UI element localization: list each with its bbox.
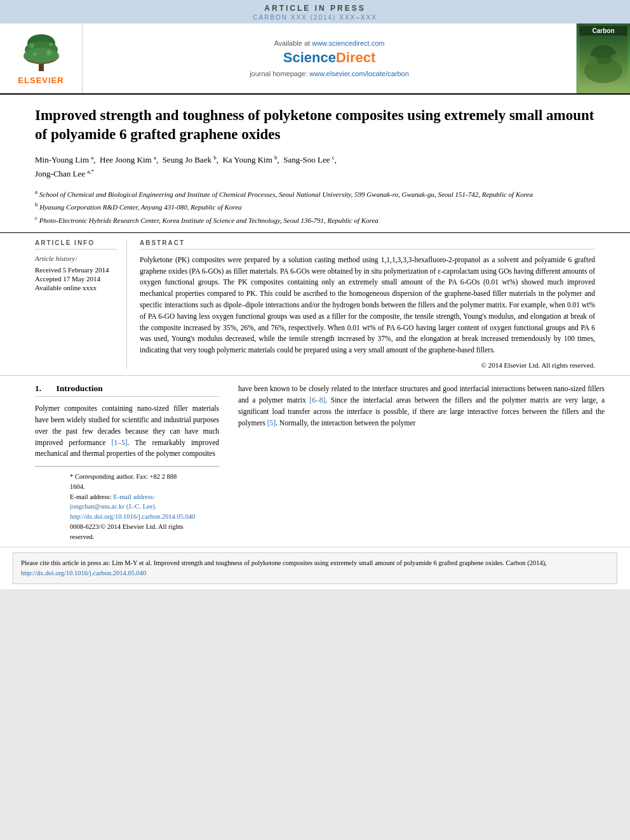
article-info-col: ARTICLE INFO Article history: Received 5… (0, 239, 127, 369)
ref-link-6-8[interactable]: [6–8] (309, 396, 325, 404)
available-online: Available online xxxx (35, 284, 117, 291)
elsevier-brand-text: ELSEVIER (18, 76, 64, 85)
issn-text: 0008-6223/© 2014 Elsevier Ltd. All right… (70, 523, 184, 540)
journal-header: ELSEVIER Available at www.sciencedirect.… (0, 23, 630, 95)
paper-title: Improved strength and toughness of polyk… (35, 106, 595, 144)
svg-point-3 (23, 48, 59, 64)
article-info-header: ARTICLE INFO (35, 239, 117, 250)
introduction-left: 1. Introduction Polymer composites conta… (0, 383, 229, 547)
journal-homepage-link[interactable]: www.elsevier.com/locate/carbon (309, 70, 409, 77)
copyright-line: © 2014 Elsevier Ltd. All rights reserved… (140, 361, 595, 369)
sciencedirect-brand: ScienceDirect (283, 50, 376, 66)
cover-art-svg (580, 36, 627, 90)
received-date: Received 5 February 2014 (35, 266, 117, 274)
introduction-right-text: have been known to be closely related to… (238, 383, 605, 429)
direct-text: Direct (336, 50, 375, 65)
article-info-abstract-section: ARTICLE INFO Article history: Received 5… (0, 233, 630, 376)
authors-line: Min-Young Lim a, Hee Joong Kim a, Seung … (35, 153, 595, 181)
journal-homepage-line: journal homepage: www.elsevier.com/locat… (250, 70, 409, 77)
introduction-title: Introduction (57, 383, 103, 393)
svg-point-11 (587, 56, 598, 66)
svg-point-12 (611, 54, 619, 62)
svg-point-7 (46, 50, 51, 55)
corresponding-author-note: * Corresponding author. Fax: +82 2 888 1… (70, 472, 184, 542)
doi-link[interactable]: http://dx.doi.org/10.1016/j.carbon.2014.… (70, 513, 195, 520)
ref-link-5[interactable]: [5] (267, 419, 276, 427)
cover-art: Carbon (577, 23, 630, 93)
article-history-label: Article history: (35, 255, 117, 262)
carbon-reference: CARBON XXX (2014) XXX–XXX (0, 14, 630, 21)
svg-point-6 (33, 52, 37, 56)
journal-header-center: Available at www.sciencedirect.com Scien… (83, 23, 576, 93)
citation-bar: Please cite this article in press as: Li… (13, 552, 617, 584)
affiliations: a School of Chemical and Biological Engi… (35, 187, 595, 226)
footnote-area: * Corresponding author. Fax: +82 2 888 1… (35, 466, 219, 547)
citation-doi-link[interactable]: http://dx.doi.org/10.1016/j.carbon.2014.… (21, 570, 146, 577)
introduction-heading: 1. Introduction (35, 383, 219, 397)
ref-link-1-5[interactable]: [1–5] (112, 439, 128, 446)
elsevier-logo-area: ELSEVIER (0, 23, 83, 93)
abstract-text: Polyketone (PK) composites were prepared… (140, 255, 595, 356)
svg-point-5 (49, 43, 53, 46)
accepted-date: Accepted 17 May 2014 (35, 275, 117, 283)
introduction-section: 1. Introduction Polymer composites conta… (0, 376, 630, 547)
abstract-col: ABSTRACT Polyketone (PK) composites were… (127, 239, 630, 369)
introduction-right: have been known to be closely related to… (229, 383, 630, 547)
abstract-header: ABSTRACT (140, 239, 595, 250)
svg-point-4 (29, 43, 34, 48)
title-section: Improved strength and toughness of polyk… (0, 95, 630, 233)
elsevier-tree-icon (16, 32, 67, 73)
sciencedirect-url[interactable]: www.sciencedirect.com (312, 39, 384, 47)
email-label: E-mail address: (70, 493, 113, 500)
journal-cover-image: Carbon (576, 23, 630, 93)
top-bar: ARTICLE IN PRESS CARBON XXX (2014) XXX–X… (0, 0, 630, 23)
svg-rect-0 (39, 63, 44, 71)
available-at-text: Available at www.sciencedirect.com (274, 39, 384, 47)
citation-text: Please cite this article in press as: Li… (21, 559, 547, 566)
section-number: 1. (35, 383, 41, 393)
science-text: Science (283, 50, 336, 65)
article-in-press-label: ARTICLE IN PRESS (0, 4, 630, 13)
introduction-left-text: Polymer composites containing nano-sized… (35, 403, 219, 460)
